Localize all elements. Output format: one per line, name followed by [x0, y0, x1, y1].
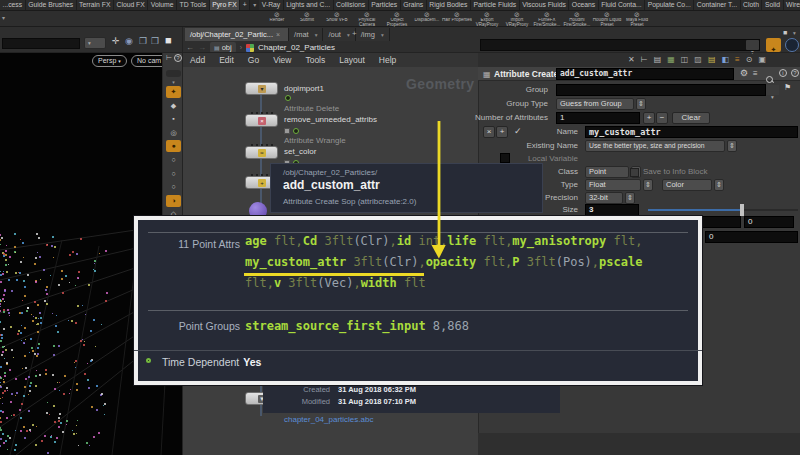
- node-inputs: [251, 144, 274, 146]
- node-inputs: [251, 112, 274, 114]
- time-dependent-row: Time DependentYes: [162, 356, 261, 368]
- node-label[interactable]: set_color: [284, 147, 316, 156]
- popup-node-name: add_custom_attr: [283, 178, 380, 192]
- created-value: 31 Aug 2018 06:32 PM: [338, 385, 416, 394]
- popup-node-path: /obj/Chapter_02_Particles/: [283, 168, 377, 177]
- attribute-wrangle-icon: ≈: [258, 149, 266, 157]
- display-flag-badge[interactable]: [285, 95, 291, 101]
- node-label[interactable]: remove_unneeded_attribs: [284, 115, 377, 124]
- annotation-highlight-box: 11 Point Attrs age flt,Cd 3flt(Clr),id i…: [134, 216, 702, 385]
- point-attrs-list: age flt,Cd 3flt(Clr),id int,life flt,my_…: [245, 231, 642, 294]
- point-groups-value: stream_source_first_input 8,868: [245, 319, 469, 333]
- attribute-delete-icon: ×: [258, 117, 266, 125]
- point-attrs-label: 11 Point Attrs: [144, 238, 240, 250]
- divider: [134, 350, 702, 351]
- lock-badge[interactable]: [284, 128, 290, 134]
- node-set-color[interactable]: ≈: [245, 146, 278, 159]
- node-type-label: Attribute Wrangle: [284, 136, 346, 145]
- alembic-file-label: chapter_04_particles.abc: [284, 415, 373, 424]
- popup-node-type: Attribute Create Sop (attribcreate:2.0): [283, 197, 416, 206]
- node-info-popup-header: /obj/Chapter_02_Particles/ add_custom_at…: [270, 163, 543, 213]
- display-flag-badge[interactable]: [293, 128, 299, 134]
- houdini-window: ...cessGuide BrushesTerrain FXCloud FXVo…: [0, 0, 800, 455]
- node-type-label: Attribute Delete: [284, 104, 339, 113]
- dop-import-icon: ▾: [258, 85, 266, 93]
- node-dopimport1[interactable]: ▾: [245, 82, 278, 95]
- point-groups-label: Point Groups: [144, 320, 240, 332]
- created-label: Created: [268, 385, 330, 394]
- clock-icon: [146, 358, 151, 363]
- attribute-create-icon: +: [258, 179, 266, 187]
- node-remove-unneeded-attribs[interactable]: ×: [245, 114, 278, 127]
- divider: [148, 310, 688, 311]
- node-label[interactable]: dopimport1: [284, 84, 324, 93]
- modified-value: 31 Aug 2018 07:10 PM: [338, 397, 416, 406]
- modified-label: Modified: [268, 397, 330, 406]
